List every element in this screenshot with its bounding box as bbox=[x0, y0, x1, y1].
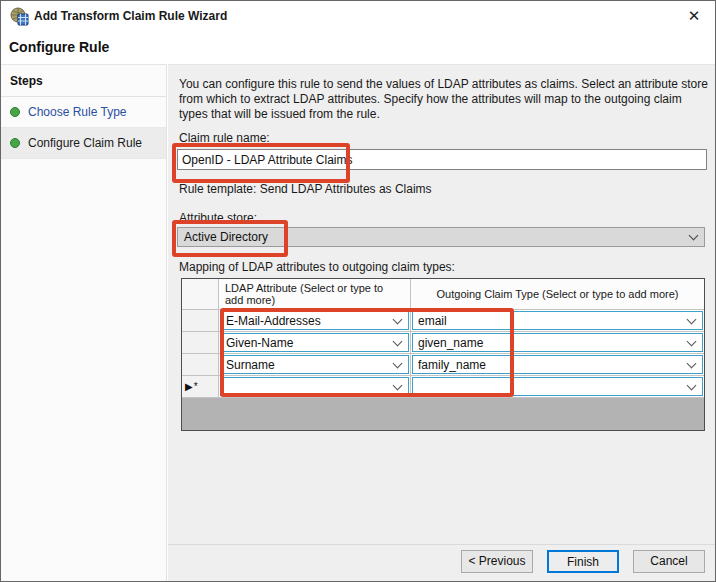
outgoing-claim-value: email bbox=[418, 314, 447, 328]
ldap-attribute-dropdown[interactable]: Surname bbox=[220, 355, 409, 374]
ldap-attribute-cell: Given-Name bbox=[219, 332, 411, 354]
chevron-down-icon bbox=[393, 336, 403, 346]
sidebar-item-choose-rule-type[interactable]: Choose Rule Type bbox=[1, 97, 166, 128]
ldap-attribute-dropdown[interactable]: Given-Name bbox=[220, 333, 409, 352]
chevron-down-icon bbox=[393, 358, 403, 368]
outgoing-claim-dropdown[interactable]: given_name bbox=[412, 333, 703, 352]
outgoing-claim-value: family_name bbox=[418, 358, 486, 372]
row-selector-header bbox=[182, 279, 219, 310]
step-label: Choose Rule Type bbox=[28, 105, 127, 119]
mapping-table: LDAP Attribute (Select or type to add mo… bbox=[181, 278, 705, 431]
column-header-outgoing-claim-type: Outgoing Claim Type (Select or type to a… bbox=[411, 279, 704, 310]
chevron-down-icon bbox=[687, 358, 697, 368]
chevron-down-icon bbox=[393, 314, 403, 324]
outgoing-claim-cell: family_name bbox=[411, 354, 704, 376]
mapping-table-header: LDAP Attribute (Select or type to add mo… bbox=[182, 279, 704, 310]
table-empty-area bbox=[182, 398, 704, 430]
chevron-down-icon bbox=[687, 336, 697, 346]
steps-sidebar: Steps Choose Rule Type Configure Claim R… bbox=[1, 64, 167, 581]
attribute-store-label: Attribute store: bbox=[179, 211, 257, 225]
table-row: Given-Name given_name bbox=[182, 332, 704, 354]
page-title: Configure Rule bbox=[9, 39, 109, 55]
claim-rule-name-input[interactable] bbox=[177, 149, 707, 170]
page-header: Configure Rule bbox=[1, 31, 715, 64]
footer-divider bbox=[168, 544, 715, 545]
outgoing-claim-cell bbox=[411, 376, 704, 398]
previous-button[interactable]: < Previous bbox=[461, 550, 533, 573]
table-row: E-Mail-Addresses email bbox=[182, 310, 704, 332]
chevron-down-icon bbox=[393, 380, 403, 390]
step-bullet-icon bbox=[10, 138, 20, 148]
rule-template-text: Rule template: Send LDAP Attributes as C… bbox=[179, 182, 432, 196]
step-bullet-icon bbox=[10, 107, 20, 117]
wizard-dialog: Add Transform Claim Rule Wizard ✕ Config… bbox=[0, 0, 716, 582]
window-title: Add Transform Claim Rule Wizard bbox=[34, 9, 227, 23]
chevron-down-icon bbox=[689, 231, 699, 241]
outgoing-claim-dropdown[interactable] bbox=[412, 377, 703, 396]
ldap-attribute-dropdown[interactable] bbox=[220, 377, 409, 396]
table-row: Surname family_name bbox=[182, 354, 704, 376]
row-selector[interactable] bbox=[182, 354, 219, 376]
close-icon[interactable]: ✕ bbox=[684, 6, 704, 26]
content-panel: You can configure this rule to send the … bbox=[168, 64, 715, 581]
rule-description: You can configure this rule to send the … bbox=[179, 77, 711, 122]
column-header-ldap-attribute: LDAP Attribute (Select or type to add mo… bbox=[219, 279, 411, 310]
step-label: Configure Claim Rule bbox=[28, 136, 142, 150]
attribute-store-dropdown[interactable]: Active Directory bbox=[177, 227, 705, 247]
ldap-attribute-dropdown[interactable]: E-Mail-Addresses bbox=[220, 311, 409, 330]
attribute-store-value: Active Directory bbox=[184, 230, 268, 244]
chevron-down-icon bbox=[687, 314, 697, 324]
new-row-marker-icon[interactable]: ▶* bbox=[182, 376, 219, 398]
cancel-button[interactable]: Cancel bbox=[633, 550, 705, 573]
claim-rule-name-label: Claim rule name: bbox=[179, 131, 270, 145]
table-row-new: ▶* bbox=[182, 376, 704, 398]
ldap-attribute-value: Given-Name bbox=[226, 336, 293, 350]
outgoing-claim-dropdown[interactable]: email bbox=[412, 311, 703, 330]
chevron-down-icon bbox=[687, 380, 697, 390]
steps-heading: Steps bbox=[1, 65, 166, 97]
ldap-attribute-value: E-Mail-Addresses bbox=[226, 314, 321, 328]
ldap-attribute-cell: Surname bbox=[219, 354, 411, 376]
outgoing-claim-value: given_name bbox=[418, 336, 483, 350]
outgoing-claim-cell: email bbox=[411, 310, 704, 332]
title-bar: Add Transform Claim Rule Wizard ✕ bbox=[1, 1, 715, 32]
row-selector[interactable] bbox=[182, 332, 219, 354]
row-selector[interactable] bbox=[182, 310, 219, 332]
ldap-attribute-value: Surname bbox=[226, 358, 275, 372]
finish-button[interactable]: Finish bbox=[547, 550, 619, 573]
ldap-attribute-cell bbox=[219, 376, 411, 398]
ldap-attribute-cell: E-Mail-Addresses bbox=[219, 310, 411, 332]
sidebar-item-configure-claim-rule[interactable]: Configure Claim Rule bbox=[1, 128, 166, 159]
outgoing-claim-cell: given_name bbox=[411, 332, 704, 354]
wizard-icon bbox=[10, 7, 29, 26]
outgoing-claim-dropdown[interactable]: family_name bbox=[412, 355, 703, 374]
mapping-label: Mapping of LDAP attributes to outgoing c… bbox=[179, 260, 455, 274]
